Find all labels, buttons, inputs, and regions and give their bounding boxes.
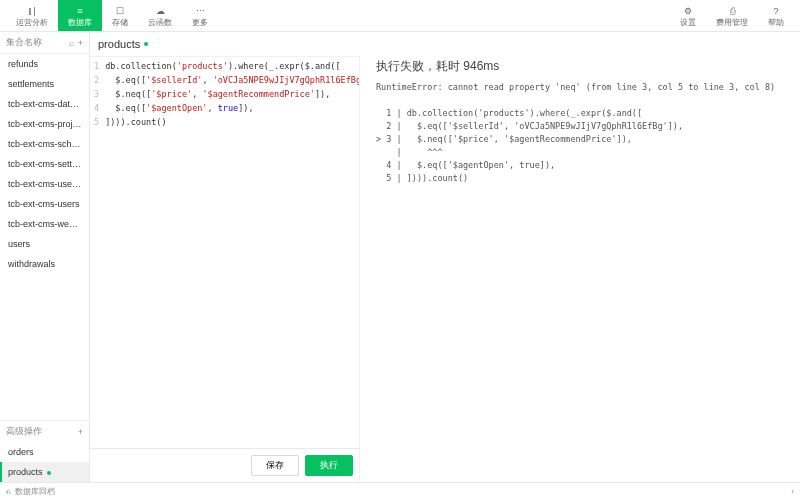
collection-item[interactable]: withdrawals [0,254,89,274]
advanced-item[interactable]: orders [0,442,89,462]
code-line[interactable]: ]))).count() [105,115,359,129]
collection-item[interactable]: tcb-ext-cms-users [0,194,89,214]
advanced-label: 高级操作 [6,425,42,438]
modified-indicator [144,42,148,46]
toolbar-left: ⫿|运营分析≡数据库☐存储☁云函数⋯更多 [6,0,218,31]
code-line[interactable]: db.collection('products').where(_.expr($… [105,59,359,73]
db-icon: ≡ [73,4,87,18]
tool-label: 存储 [112,19,128,27]
tool-chart[interactable]: ⫿|运营分析 [6,0,58,31]
editor-tab: products [90,32,800,56]
collection-item[interactable]: refunds [0,54,89,74]
tool-label: 运营分析 [16,19,48,27]
toolbar: ⫿|运营分析≡数据库☐存储☁云函数⋯更多 ⚙设置⎙费用管理?帮助 [0,0,800,32]
chevron-right-icon[interactable]: › [791,487,794,496]
fn-icon: ☁ [153,4,167,18]
bottom-bar: ⎌ 数据库回档 › [0,482,800,500]
tool-db[interactable]: ≡数据库 [58,0,102,31]
collection-item[interactable]: tcb-ext-cms-user-r... [0,174,89,194]
tool-label: 更多 [192,19,208,27]
chart-icon: ⫿| [25,4,39,18]
toolbar-right: ⚙设置⎙费用管理?帮助 [670,0,794,31]
billing-icon: ⎙ [725,4,739,18]
sidebar-header-label: 集合名称 [6,36,42,49]
code-editor[interactable]: 12345 db.collection('products').where(_.… [90,56,359,448]
collection-item[interactable]: tcb-ext-cms-webho... [0,214,89,234]
sidebar: 集合名称 ⌕ + refundssettlementstcb-ext-cms-d… [0,32,90,482]
collection-item[interactable]: tcb-ext-cms-settings [0,154,89,174]
tool-help[interactable]: ?帮助 [758,0,794,31]
plus-icon[interactable]: + [78,38,83,48]
search-icon[interactable]: ⌕ [69,38,74,48]
line-gutter: 12345 [90,59,105,446]
collections-list: refundssettlementstcb-ext-cms-data-...tc… [0,54,89,420]
collection-item[interactable]: tcb-ext-cms-projects [0,114,89,134]
collection-item[interactable]: settlements [0,74,89,94]
tool-fn[interactable]: ☁云函数 [138,0,182,31]
advanced-header: 高级操作 + [0,420,89,442]
modified-indicator [47,471,51,475]
code-line[interactable]: $.neq(['$price', '$agentRecommendPrice']… [105,87,359,101]
code-line[interactable]: $.eq(['$agentOpen', true]), [105,101,359,115]
box-icon: ☐ [113,4,127,18]
code-line[interactable]: $.eq(['$sellerId', 'oVCJa5NPE9wJIjV7gQph… [105,73,359,87]
code-panel: 12345 db.collection('products').where(_.… [90,56,360,482]
advanced-list: ordersproducts [0,442,89,482]
collection-item[interactable]: tcb-ext-cms-data-... [0,94,89,114]
restore-icon[interactable]: ⎌ [6,487,11,496]
sidebar-header: 集合名称 ⌕ + [0,32,89,54]
plus-icon[interactable]: + [78,427,83,437]
tool-box[interactable]: ☐存储 [102,0,138,31]
tool-gear[interactable]: ⚙设置 [670,0,706,31]
output-panel: 执行失败，耗时 946ms RuntimeError: cannot read … [360,56,800,482]
tool-billing[interactable]: ⎙费用管理 [706,0,758,31]
advanced-item[interactable]: products [0,462,89,482]
tool-label: 数据库 [68,19,92,27]
collection-item[interactable]: users [0,234,89,254]
output-body: RuntimeError: cannot read property 'neq'… [376,81,792,474]
output-title: 执行失败，耗时 946ms [376,56,792,81]
save-button[interactable]: 保存 [251,455,299,476]
editor-title: products [98,38,140,50]
help-icon: ? [769,4,783,18]
code-lines: db.collection('products').where(_.expr($… [105,59,359,446]
bottom-label[interactable]: 数据库回档 [15,486,55,497]
tool-label: 帮助 [768,19,784,27]
run-button[interactable]: 执行 [305,455,353,476]
tool-label: 设置 [680,19,696,27]
tool-more[interactable]: ⋯更多 [182,0,218,31]
tool-label: 云函数 [148,19,172,27]
more-icon: ⋯ [193,4,207,18]
collection-item[interactable]: tcb-ext-cms-schem... [0,134,89,154]
tool-label: 费用管理 [716,19,748,27]
gear-icon: ⚙ [681,4,695,18]
